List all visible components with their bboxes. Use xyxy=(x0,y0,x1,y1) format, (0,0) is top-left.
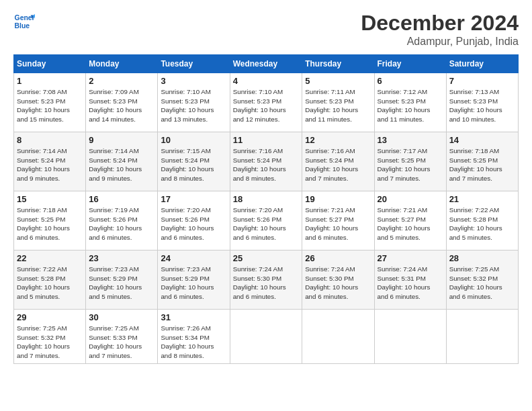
day-number: 22 xyxy=(17,253,83,263)
day-info: Sunrise: 7:22 AMSunset: 5:28 PMDaylight:… xyxy=(17,265,83,302)
day-number: 26 xyxy=(305,253,371,263)
day-number: 24 xyxy=(161,253,226,263)
day-info: Sunrise: 7:24 AMSunset: 5:30 PMDaylight:… xyxy=(233,265,300,302)
col-sunday: Sunday xyxy=(14,55,86,73)
day-number: 17 xyxy=(161,194,226,204)
col-monday: Monday xyxy=(86,55,158,73)
table-row: 22Sunrise: 7:22 AMSunset: 5:28 PMDayligh… xyxy=(14,250,86,310)
table-row: 15Sunrise: 7:18 AMSunset: 5:25 PMDayligh… xyxy=(14,191,86,250)
day-info: Sunrise: 7:23 AMSunset: 5:29 PMDaylight:… xyxy=(89,265,154,302)
table-row: 1Sunrise: 7:08 AMSunset: 5:23 PMDaylight… xyxy=(14,73,86,132)
day-number: 28 xyxy=(449,253,515,263)
day-number: 27 xyxy=(378,253,443,263)
logo: General Blue xyxy=(13,11,35,32)
table-row: 18Sunrise: 7:20 AMSunset: 5:26 PMDayligh… xyxy=(230,191,302,250)
table-row: 19Sunrise: 7:21 AMSunset: 5:27 PMDayligh… xyxy=(302,191,374,250)
table-row: 30Sunrise: 7:25 AMSunset: 5:33 PMDayligh… xyxy=(86,310,158,364)
day-info: Sunrise: 7:13 AMSunset: 5:23 PMDaylight:… xyxy=(449,87,515,124)
header: General Blue December 2024 Adampur, Punj… xyxy=(13,11,519,48)
day-number: 9 xyxy=(89,135,154,145)
table-row: 28Sunrise: 7:25 AMSunset: 5:32 PMDayligh… xyxy=(446,250,518,310)
day-number: 5 xyxy=(305,76,371,86)
table-row: 4Sunrise: 7:10 AMSunset: 5:23 PMDaylight… xyxy=(230,73,302,132)
day-info: Sunrise: 7:25 AMSunset: 5:32 PMDaylight:… xyxy=(449,265,515,302)
day-info: Sunrise: 7:21 AMSunset: 5:27 PMDaylight:… xyxy=(305,205,371,242)
day-info: Sunrise: 7:18 AMSunset: 5:25 PMDaylight:… xyxy=(17,205,83,242)
table-row: 21Sunrise: 7:22 AMSunset: 5:28 PMDayligh… xyxy=(446,191,518,250)
table-row: 13Sunrise: 7:17 AMSunset: 5:25 PMDayligh… xyxy=(374,132,446,191)
table-row: 16Sunrise: 7:19 AMSunset: 5:26 PMDayligh… xyxy=(86,191,158,250)
table-row: 14Sunrise: 7:18 AMSunset: 5:25 PMDayligh… xyxy=(446,132,518,191)
day-number: 8 xyxy=(17,135,83,145)
day-info: Sunrise: 7:11 AMSunset: 5:23 PMDaylight:… xyxy=(305,87,371,124)
day-info: Sunrise: 7:14 AMSunset: 5:24 PMDaylight:… xyxy=(17,146,83,183)
day-info: Sunrise: 7:26 AMSunset: 5:34 PMDaylight:… xyxy=(161,324,226,361)
logo-icon: General Blue xyxy=(13,11,35,32)
day-number: 7 xyxy=(449,76,515,86)
svg-text:Blue: Blue xyxy=(15,22,30,30)
day-info: Sunrise: 7:25 AMSunset: 5:33 PMDaylight:… xyxy=(89,324,154,361)
table-row: 12Sunrise: 7:16 AMSunset: 5:24 PMDayligh… xyxy=(302,132,374,191)
table-row: 23Sunrise: 7:23 AMSunset: 5:29 PMDayligh… xyxy=(86,250,158,310)
day-info: Sunrise: 7:16 AMSunset: 5:24 PMDaylight:… xyxy=(305,146,371,183)
table-row: 27Sunrise: 7:24 AMSunset: 5:31 PMDayligh… xyxy=(374,250,446,310)
day-info: Sunrise: 7:22 AMSunset: 5:28 PMDaylight:… xyxy=(449,205,515,242)
calendar-table: Sunday Monday Tuesday Wednesday Thursday… xyxy=(13,54,519,364)
table-row: 7Sunrise: 7:13 AMSunset: 5:23 PMDaylight… xyxy=(446,73,518,132)
day-number: 2 xyxy=(89,76,154,86)
table-row: 25Sunrise: 7:24 AMSunset: 5:30 PMDayligh… xyxy=(230,250,302,310)
table-row: 24Sunrise: 7:23 AMSunset: 5:29 PMDayligh… xyxy=(158,250,230,310)
col-tuesday: Tuesday xyxy=(158,55,230,73)
table-row: 9Sunrise: 7:14 AMSunset: 5:24 PMDaylight… xyxy=(86,132,158,191)
day-info: Sunrise: 7:25 AMSunset: 5:32 PMDaylight:… xyxy=(17,324,83,361)
day-number: 12 xyxy=(305,135,371,145)
day-info: Sunrise: 7:15 AMSunset: 5:24 PMDaylight:… xyxy=(161,146,226,183)
location-title: Adampur, Punjab, India xyxy=(361,36,519,48)
month-title: December 2024 xyxy=(361,11,519,36)
day-number: 21 xyxy=(449,194,515,204)
day-number: 1 xyxy=(17,76,83,86)
col-wednesday: Wednesday xyxy=(230,55,302,73)
day-number: 11 xyxy=(233,135,300,145)
table-row: 11Sunrise: 7:16 AMSunset: 5:24 PMDayligh… xyxy=(230,132,302,191)
day-number: 23 xyxy=(89,253,154,263)
table-row: 10Sunrise: 7:15 AMSunset: 5:24 PMDayligh… xyxy=(158,132,230,191)
day-number: 18 xyxy=(233,194,300,204)
table-row xyxy=(302,310,374,364)
calendar-header-row: Sunday Monday Tuesday Wednesday Thursday… xyxy=(14,55,519,73)
table-row: 26Sunrise: 7:24 AMSunset: 5:30 PMDayligh… xyxy=(302,250,374,310)
table-row: 20Sunrise: 7:21 AMSunset: 5:27 PMDayligh… xyxy=(374,191,446,250)
day-number: 31 xyxy=(161,312,226,322)
day-number: 3 xyxy=(161,76,226,86)
page-container: General Blue December 2024 Adampur, Punj… xyxy=(0,0,532,371)
day-info: Sunrise: 7:12 AMSunset: 5:23 PMDaylight:… xyxy=(378,87,443,124)
day-info: Sunrise: 7:10 AMSunset: 5:23 PMDaylight:… xyxy=(233,87,300,124)
day-info: Sunrise: 7:24 AMSunset: 5:31 PMDaylight:… xyxy=(378,265,443,302)
day-info: Sunrise: 7:19 AMSunset: 5:26 PMDaylight:… xyxy=(89,205,154,242)
day-number: 20 xyxy=(378,194,443,204)
day-number: 19 xyxy=(305,194,371,204)
day-number: 6 xyxy=(378,76,443,86)
table-row xyxy=(446,310,518,364)
table-row: 5Sunrise: 7:11 AMSunset: 5:23 PMDaylight… xyxy=(302,73,374,132)
col-friday: Friday xyxy=(374,55,446,73)
day-info: Sunrise: 7:23 AMSunset: 5:29 PMDaylight:… xyxy=(161,265,226,302)
day-number: 30 xyxy=(89,312,154,322)
day-number: 13 xyxy=(378,135,443,145)
table-row: 31Sunrise: 7:26 AMSunset: 5:34 PMDayligh… xyxy=(158,310,230,364)
day-info: Sunrise: 7:10 AMSunset: 5:23 PMDaylight:… xyxy=(161,87,226,124)
day-info: Sunrise: 7:14 AMSunset: 5:24 PMDaylight:… xyxy=(89,146,154,183)
day-info: Sunrise: 7:09 AMSunset: 5:23 PMDaylight:… xyxy=(89,87,154,124)
table-row: 6Sunrise: 7:12 AMSunset: 5:23 PMDaylight… xyxy=(374,73,446,132)
day-info: Sunrise: 7:20 AMSunset: 5:26 PMDaylight:… xyxy=(233,205,300,242)
title-block: December 2024 Adampur, Punjab, India xyxy=(361,11,519,48)
day-number: 15 xyxy=(17,194,83,204)
table-row: 17Sunrise: 7:20 AMSunset: 5:26 PMDayligh… xyxy=(158,191,230,250)
day-number: 16 xyxy=(89,194,154,204)
day-info: Sunrise: 7:08 AMSunset: 5:23 PMDaylight:… xyxy=(17,87,83,124)
table-row: 29Sunrise: 7:25 AMSunset: 5:32 PMDayligh… xyxy=(14,310,86,364)
day-info: Sunrise: 7:24 AMSunset: 5:30 PMDaylight:… xyxy=(305,265,371,302)
day-info: Sunrise: 7:17 AMSunset: 5:25 PMDaylight:… xyxy=(378,146,443,183)
table-row: 2Sunrise: 7:09 AMSunset: 5:23 PMDaylight… xyxy=(86,73,158,132)
col-saturday: Saturday xyxy=(446,55,518,73)
